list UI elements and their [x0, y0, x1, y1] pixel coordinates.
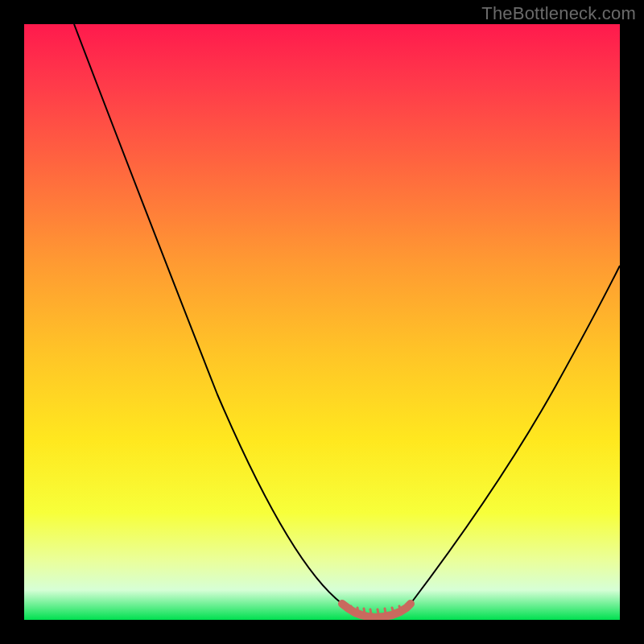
curve-svg: [24, 24, 620, 620]
plot-area: [24, 24, 620, 620]
watermark-text: TheBottleneck.com: [481, 3, 636, 24]
chart-frame: TheBottleneck.com: [0, 0, 644, 644]
curve-right-arm: [411, 266, 620, 604]
curve-left-arm: [74, 24, 342, 604]
